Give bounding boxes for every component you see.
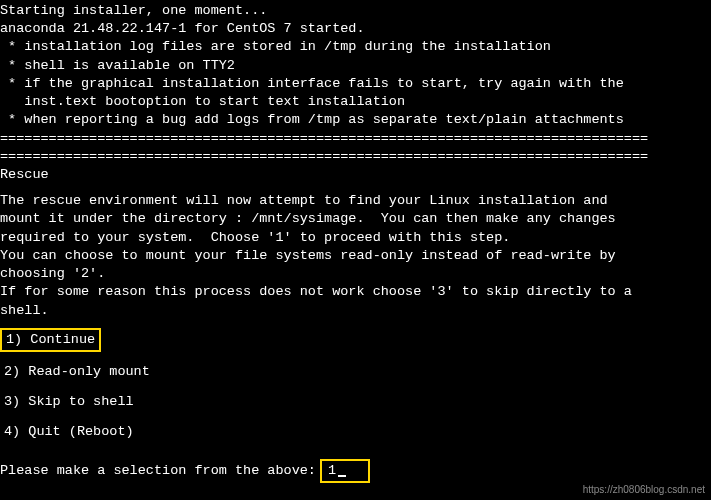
separator-line-2: ========================================…	[0, 148, 711, 166]
selection-input[interactable]: 1	[320, 459, 370, 483]
rescue-body-2b: choosing '2'.	[0, 265, 711, 283]
option-skip-shell[interactable]: 3) Skip to shell	[0, 392, 138, 412]
info-bullet-graphical-b: inst.text bootoption to start text insta…	[0, 93, 711, 111]
rescue-body-1c: required to your system. Choose '1' to p…	[0, 229, 711, 247]
option-readonly[interactable]: 2) Read-only mount	[0, 362, 154, 382]
anaconda-version-line: anaconda 21.48.22.147-1 for CentOS 7 sta…	[0, 20, 711, 38]
info-bullet-bugreport: * when reporting a bug add logs from /tm…	[0, 111, 711, 129]
selection-prompt-label: Please make a selection from the above:	[0, 462, 316, 480]
rescue-body-1a: The rescue environment will now attempt …	[0, 192, 711, 210]
separator-line-1: ========================================…	[0, 130, 711, 148]
rescue-body-3b: shell.	[0, 302, 711, 320]
rescue-body-1b: mount it under the directory : /mnt/sysi…	[0, 210, 711, 228]
info-bullet-logs: * installation log files are stored in /…	[0, 38, 711, 56]
option-continue[interactable]: 1) Continue	[0, 328, 101, 352]
info-bullet-shell: * shell is available on TTY2	[0, 57, 711, 75]
rescue-body-2a: You can choose to mount your file system…	[0, 247, 711, 265]
watermark-text: https://zh0806blog.csdn.net	[583, 483, 705, 497]
rescue-title: Rescue	[0, 166, 711, 184]
selection-input-value: 1	[328, 462, 336, 480]
text-cursor	[338, 475, 346, 477]
installer-start-line: Starting installer, one moment...	[0, 2, 711, 20]
option-quit-reboot[interactable]: 4) Quit (Reboot)	[0, 422, 138, 442]
info-bullet-graphical-a: * if the graphical installation interfac…	[0, 75, 711, 93]
rescue-body-3a: If for some reason this process does not…	[0, 283, 711, 301]
